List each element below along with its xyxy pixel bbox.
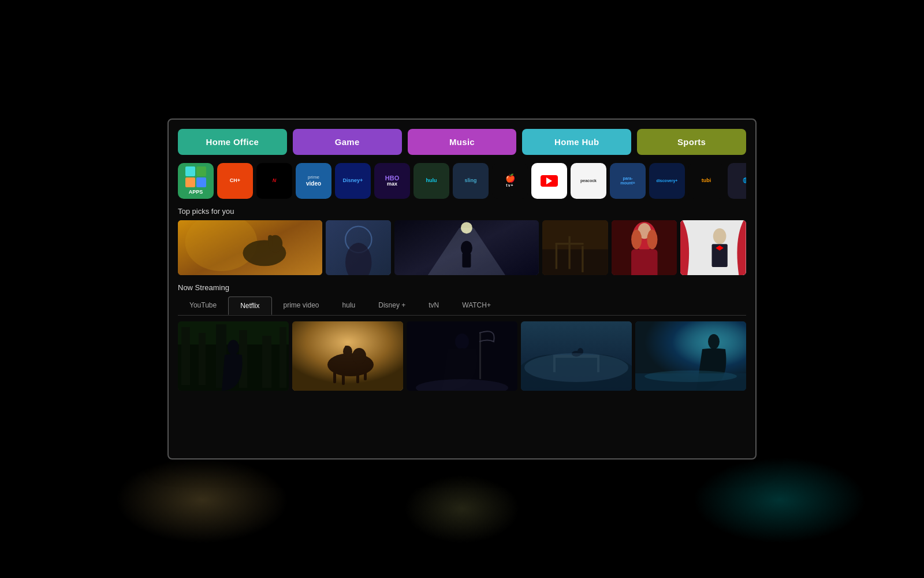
svg-point-11 <box>461 241 472 255</box>
peacock-text: peacock <box>580 179 597 183</box>
svg-rect-16 <box>569 236 571 269</box>
ch-text: CH+ <box>230 178 240 184</box>
stream-tab-prime[interactable]: prime video <box>272 297 331 315</box>
app-icon-sling[interactable]: sling <box>453 163 489 199</box>
app-icon-prime[interactable]: prime video <box>296 163 331 199</box>
svg-rect-30 <box>181 327 190 385</box>
svg-rect-14 <box>542 249 608 275</box>
tv-content: Home Office Game Music Home Hub Sports A… <box>169 120 755 458</box>
app-icon-netflix[interactable]: N <box>256 163 292 199</box>
svg-rect-43 <box>342 369 345 385</box>
globe-icon: 🌐 <box>743 178 747 184</box>
svg-point-24 <box>647 229 657 249</box>
stream-tab-disney[interactable]: Disney + <box>367 297 417 315</box>
app-icon-discovery[interactable]: discovery+ <box>649 163 685 199</box>
streaming-tabs: YouTube Netflix prime video hulu Disney … <box>178 297 746 316</box>
tubi-text: tubi <box>702 178 711 184</box>
pick-card-2[interactable] <box>326 220 392 275</box>
svg-rect-18 <box>556 243 584 244</box>
cat-btn-home-office[interactable]: Home Office <box>178 129 287 155</box>
svg-rect-17 <box>582 246 583 272</box>
bg-glow-left <box>116 457 289 543</box>
category-row: Home Office Game Music Home Hub Sports <box>178 129 746 155</box>
yt-play-btn <box>541 175 558 187</box>
svg-point-59 <box>708 334 720 349</box>
svg-point-61 <box>644 370 737 382</box>
app-icon-hulu[interactable]: hulu <box>413 163 449 199</box>
cat-btn-home-hub[interactable]: Home Hub <box>522 129 631 155</box>
svg-point-23 <box>631 229 642 249</box>
now-streaming-label: Now Streaming <box>178 283 746 292</box>
app-icon-more[interactable]: 🌐 <box>728 163 746 199</box>
cat-btn-sports[interactable]: Sports <box>637 129 746 155</box>
svg-rect-4 <box>268 235 272 248</box>
stream-tab-netflix[interactable]: Netflix <box>228 297 271 315</box>
tv-frame: Home Office Game Music Home Hub Sports A… <box>167 118 757 460</box>
svg-rect-31 <box>199 333 206 385</box>
disney-text: Disney+ <box>343 178 363 184</box>
svg-point-39 <box>352 348 366 364</box>
svg-rect-12 <box>463 253 471 268</box>
stream-tab-youtube[interactable]: YouTube <box>178 297 228 315</box>
apps-row: APPS CH+ N prime video Disney+ HBO <box>178 163 746 199</box>
content-card-4[interactable] <box>521 321 632 391</box>
sling-text: sling <box>464 178 476 184</box>
hulu-text: hulu <box>426 178 437 184</box>
apps-grid <box>185 166 206 187</box>
netflix-n: N <box>273 178 277 184</box>
svg-point-56 <box>524 353 628 382</box>
svg-rect-44 <box>356 369 359 383</box>
apps-label: APPS <box>189 190 203 195</box>
app-icon-paramount[interactable]: para-mount+ <box>610 163 646 199</box>
svg-point-36 <box>228 340 239 355</box>
svg-rect-42 <box>333 369 336 383</box>
pick-card-3[interactable] <box>394 220 539 275</box>
svg-rect-35 <box>280 327 286 388</box>
app-icon-tubi[interactable]: tubi <box>688 163 724 199</box>
stream-tab-hulu[interactable]: hulu <box>331 297 367 315</box>
svg-rect-45 <box>364 368 367 380</box>
cat-btn-game[interactable]: Game <box>293 129 402 155</box>
svg-point-10 <box>461 222 472 234</box>
content-card-1[interactable] <box>178 321 289 391</box>
cat-btn-music[interactable]: Music <box>408 129 517 155</box>
content-card-3[interactable] <box>407 321 517 391</box>
svg-rect-34 <box>262 336 271 388</box>
picks-row <box>178 220 746 275</box>
svg-rect-48 <box>479 333 481 379</box>
stream-tab-tvn[interactable]: tvN <box>417 297 450 315</box>
content-card-5[interactable] <box>635 321 746 391</box>
app-icon-hbo[interactable]: HBO max <box>374 163 410 199</box>
app-icon-disney[interactable]: Disney+ <box>335 163 371 199</box>
content-card-2[interactable] <box>292 321 403 391</box>
svg-point-47 <box>455 334 469 350</box>
bg-glow-right <box>693 457 866 543</box>
svg-rect-41 <box>345 346 348 354</box>
yt-triangle <box>546 177 552 184</box>
pick-card-6[interactable] <box>680 220 746 275</box>
app-icon-peacock[interactable]: peacock <box>571 163 606 199</box>
pick-card-1[interactable] <box>178 220 322 275</box>
svg-point-26 <box>713 228 726 244</box>
top-picks-label: Top picks for you <box>178 207 746 216</box>
app-icon-apple-tv[interactable]: 🍎 tv+ <box>492 163 528 199</box>
app-icon-apps[interactable]: APPS <box>178 163 214 199</box>
stream-tab-watch[interactable]: WATCH+ <box>450 297 502 315</box>
pick-card-4[interactable] <box>542 220 608 275</box>
svg-rect-15 <box>556 243 557 269</box>
content-row <box>178 321 746 391</box>
bg-glow-center <box>404 474 520 543</box>
pick-card-5[interactable] <box>612 220 677 275</box>
app-icon-channels[interactable]: CH+ <box>217 163 253 199</box>
svg-rect-22 <box>631 249 657 275</box>
app-icon-youtube[interactable] <box>531 163 567 199</box>
